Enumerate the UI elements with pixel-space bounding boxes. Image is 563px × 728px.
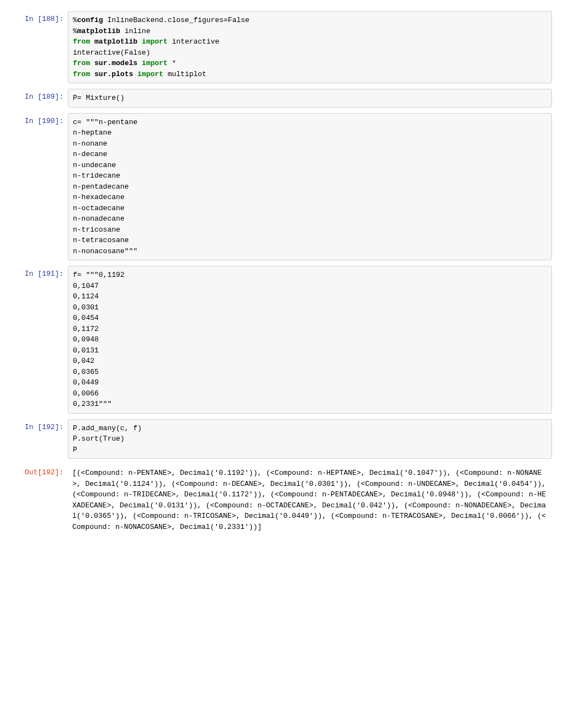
- output-cell: Out[192]:[(<Compound: n-PENTANE>, Decima…: [11, 464, 552, 536]
- input-prompt: In [189]:: [11, 89, 68, 108]
- code-input[interactable]: P= Mixture(): [68, 89, 552, 108]
- code-input[interactable]: P.add_many(c, f) P.sort(True) P: [68, 419, 552, 459]
- notebook-cells: In [188]:%config InlineBackend.close_fig…: [11, 11, 552, 536]
- input-prompt: In [191]:: [11, 266, 68, 414]
- code-input[interactable]: f= """0,1192 0,1047 0,1124 0,0301 0,0454…: [68, 266, 552, 414]
- code-cell: In [188]:%config InlineBackend.close_fig…: [11, 11, 552, 83]
- code-cell: In [191]:f= """0,1192 0,1047 0,1124 0,03…: [11, 266, 552, 414]
- code-cell: In [192]:P.add_many(c, f) P.sort(True) P: [11, 419, 552, 459]
- code-input[interactable]: c= """n-pentane n-heptane n-nonane n-dec…: [68, 113, 552, 261]
- code-cell: In [190]:c= """n-pentane n-heptane n-non…: [11, 113, 552, 261]
- input-prompt: In [188]:: [11, 11, 68, 83]
- output-text: [(<Compound: n-PENTANE>, Decimal('0.1192…: [68, 464, 552, 536]
- output-prompt: Out[192]:: [11, 464, 68, 536]
- code-cell: In [189]:P= Mixture(): [11, 89, 552, 108]
- input-prompt: In [192]:: [11, 419, 68, 459]
- code-input[interactable]: %config InlineBackend.close_figures=Fals…: [68, 11, 552, 83]
- input-prompt: In [190]:: [11, 113, 68, 261]
